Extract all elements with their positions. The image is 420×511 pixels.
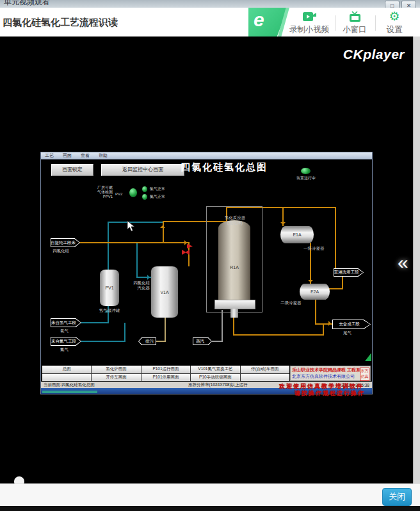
- equipment-caption: 二级冷凝器: [280, 300, 302, 305]
- lamp-label: 氢气正常: [150, 187, 165, 191]
- pipe-segment: [222, 310, 223, 342]
- status-lamp-large: [129, 188, 137, 197]
- scada-screen: 工艺 画面 查看 帮助 画面锁定 返回监控中心画面 四氯化硅氢化总图 装置运行中…: [40, 152, 373, 394]
- settings-button[interactable]: ⚙ 设置: [379, 10, 410, 35]
- credits-box: 乐山职业技术学院精品课程 工程系 北京东方仿真软件技术有限公司 东方 仿真: [290, 366, 371, 381]
- pipe-segment: [81, 322, 108, 323]
- buffer-tank: PV1: [100, 270, 119, 306]
- valve-flag-icon: [187, 244, 193, 248]
- status-mid: 推荐分辨率(1024X768)以上运行: [188, 382, 247, 388]
- scada-lock-button: 画面锁定: [51, 164, 93, 176]
- settings-label: 设置: [379, 24, 410, 35]
- steam-pennant: 蒸汽: [193, 337, 212, 345]
- collapse-panel-arrow[interactable]: «: [398, 253, 408, 272]
- player-watermark: CKplayer: [338, 47, 405, 62]
- close-button[interactable]: 关闭: [382, 488, 412, 506]
- video-surface[interactable]: CKplayer 工艺 画面 查看 帮助 画面锁定 返回监控中心画面 四氯化硅氢…: [0, 36, 413, 483]
- small-window-button[interactable]: 小窗口: [338, 10, 371, 35]
- pennant-caption: 氮气: [60, 347, 69, 353]
- pipe-segment: [329, 288, 343, 289]
- pipe-segment: [212, 341, 222, 342]
- pennant-caption: 氢气: [60, 328, 69, 334]
- alarm-label-block: 厂房可燃 气体检测 PPV1: [85, 186, 113, 199]
- scada-nav-button: 总图: [42, 366, 91, 373]
- pipe-segment: [124, 323, 125, 342]
- credits-line-2: 北京东方仿真软件技术有限公司: [292, 373, 360, 380]
- bottom-edge-strip: [0, 506, 420, 511]
- run-lamp-label: 装置运行中: [284, 176, 328, 181]
- pipe-segment: [165, 318, 166, 342]
- toolbar-divider: [375, 15, 376, 31]
- scada-nav-button: P10手动联锁画面: [191, 374, 239, 382]
- scada-nav-button: V101氮气置换工艺: [191, 366, 239, 373]
- drain-pennant: 排污: [138, 337, 156, 345]
- flow-arrow: [160, 223, 165, 228]
- page-title: 四氯化硅氢化工艺流程识读: [3, 17, 118, 29]
- scada-title: 四氯化硅氢化总图: [156, 161, 292, 174]
- company-seal: 东方 仿真: [360, 368, 369, 381]
- pipe-segment: [233, 334, 323, 336]
- green-corner-marker: [365, 353, 371, 361]
- status-left: 当前画面:四氯化硅氢化总图: [44, 382, 95, 388]
- pipe-segment: [136, 243, 138, 278]
- record-video-label: 录制小视频: [288, 24, 330, 35]
- pipe-segment: [81, 341, 125, 342]
- scada-nav-button: 氢化炉画面: [92, 366, 140, 373]
- pipe-segment: [233, 318, 234, 335]
- toolbar-divider: [335, 15, 336, 31]
- status-lamp-small: [142, 194, 147, 200]
- scada-menu-item: 帮助: [99, 152, 108, 159]
- lamp-label: 氮气正常: [150, 195, 165, 199]
- scada-nav-button: [42, 374, 91, 382]
- logo-e-icon: e: [254, 9, 264, 31]
- window-title: 单元视频观看: [4, 0, 50, 8]
- record-video-button[interactable]: 录制小视频: [288, 10, 330, 35]
- toolbar: 四氯化硅氢化工艺流程识读 e 录制小视频: [0, 8, 420, 36]
- app-window: 单元视频观看 □ ✕ 四氯化硅氢化工艺流程识读 e 录制小视频: [0, 0, 420, 511]
- inlet-pennant: 来自氢气工段: [51, 318, 81, 327]
- inlet-pennant: 来自氮气工段: [51, 337, 81, 346]
- pennant-caption: 四氯化硅: [52, 248, 69, 254]
- player-control-bubble[interactable]: [14, 476, 24, 483]
- outlet-pennant: 去合成工段: [332, 320, 371, 329]
- scada-nav-grid: 总图 氢化炉画面 P101运行画面 V101氮气置换工艺 停(自动)车画面 开停…: [42, 366, 289, 381]
- outlet-pennant: 至淋洗塔工段: [334, 268, 364, 277]
- scada-nav-button: 停(自动)车画面: [241, 366, 289, 373]
- inlet-pennant: 自提纯工段来: [51, 238, 80, 247]
- pipe-segment: [342, 276, 343, 289]
- scrollbar-thumb: [42, 391, 97, 393]
- pipe-segment: [315, 299, 316, 325]
- equipment-caption: 一级冷凝器: [303, 246, 325, 251]
- pennant-caption: 尾气: [343, 330, 351, 336]
- status-lamp-small: [142, 186, 147, 192]
- dialog-footer: 关闭: [0, 483, 420, 507]
- scada-menubar: 工艺 画面 查看 帮助: [41, 152, 372, 159]
- alarm-tag: PV2: [115, 192, 122, 197]
- reactor-nozzle: [230, 309, 238, 318]
- small-window-label: 小窗口: [338, 24, 371, 35]
- reactor-flange: [214, 300, 255, 309]
- mouse-cursor-icon: [127, 220, 135, 232]
- scada-menu-item: 工艺: [45, 152, 54, 159]
- scada-nav-button: P101停用画面: [141, 374, 190, 382]
- cooler-2: E2A: [300, 284, 330, 300]
- pipe-segment: [108, 222, 164, 223]
- scada-nav-button: [241, 374, 289, 382]
- hydrogenation-reactor: R1A: [218, 233, 250, 301]
- equipment-caption: 氢化反应器 (流化床): [218, 215, 252, 225]
- scada-menu-item: 画面: [63, 152, 72, 159]
- right-scrollbar[interactable]: [413, 36, 420, 506]
- credits-line-1: 乐山职业技术学院精品课程 工程系: [292, 367, 360, 373]
- scada-nav-button: 开停车画面: [92, 374, 140, 382]
- video-camera-icon: [288, 10, 330, 23]
- pipe-segment: [108, 222, 109, 270]
- gear-icon: ⚙: [379, 10, 410, 23]
- tv-icon: [338, 10, 371, 23]
- equipment-caption: 四氯化硅 汽化器: [124, 280, 150, 291]
- pipe-segment: [323, 325, 324, 336]
- run-status-lamp: [301, 168, 311, 174]
- cooler-1: E1A: [280, 226, 314, 243]
- scada-menu-item: 查看: [81, 152, 90, 159]
- scada-nav-button: P101运行画面: [141, 366, 190, 373]
- equipment-caption: 氢气缓冲罐: [95, 308, 124, 313]
